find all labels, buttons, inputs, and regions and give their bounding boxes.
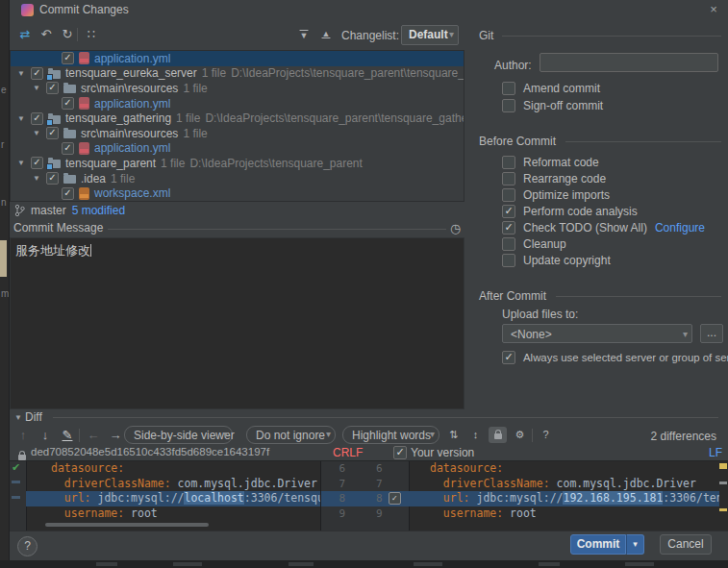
changed-word: 192.168.195.181 (563, 491, 663, 505)
expand-all-icon[interactable]: ▼ (295, 26, 313, 43)
cleanup-row[interactable]: Cleanup (502, 236, 566, 251)
checkbox[interactable] (502, 237, 515, 251)
browse-servers-button[interactable]: ... (700, 324, 723, 343)
expand-arrow-icon[interactable]: ▼ (17, 114, 26, 123)
tree-row[interactable]: ✓ application.yml (11, 141, 464, 157)
help-button[interactable]: ? (17, 536, 38, 556)
checkbox-checked[interactable]: ✓ (31, 157, 43, 169)
perform-code-analysis-row[interactable]: ✓ Perform code analysis (502, 204, 638, 218)
checkbox-checked[interactable]: ✓ (46, 172, 59, 185)
right-diff-pane[interactable]: datasource: driverClassName: com.mysql.j… (409, 461, 719, 531)
include-change-checkbox-checked[interactable]: ✓ (389, 492, 401, 505)
checkbox[interactable] (502, 172, 515, 185)
reformat-code-row[interactable]: Reformat code (502, 155, 599, 169)
checkbox-checked[interactable]: ✓ (62, 97, 74, 110)
diff-settings-gear-icon[interactable]: ⚙ (511, 427, 529, 443)
always-use-server-row[interactable]: ✓ Always use selected server or group of… (502, 350, 727, 364)
tree-row[interactable]: ✓ workspace.xml (11, 185, 464, 201)
next-change-icon[interactable]: → (107, 427, 124, 444)
your-version-checkbox-checked[interactable]: ✓ (393, 446, 407, 459)
cancel-button[interactable]: Cancel (660, 534, 712, 555)
commit-options-arrow[interactable]: ▾ (626, 534, 644, 555)
tree-row[interactable]: ▼ ✓ tensquare_gathering 1 file D:\IdeaPr… (11, 111, 464, 126)
commit-message-input[interactable]: 服务地址修改 (10, 237, 464, 409)
checkbox-checked[interactable]: ✓ (46, 127, 59, 139)
checkbox-checked[interactable]: ✓ (31, 112, 43, 125)
checkbox-checked[interactable]: ✓ (62, 142, 74, 155)
refresh-icon[interactable]: ↻ (59, 26, 76, 43)
highlight-mode-dropdown[interactable]: Highlight words ▾ (342, 426, 439, 444)
checkbox[interactable] (502, 188, 515, 202)
group-by-icon[interactable]: ∷ (83, 26, 100, 43)
expand-arrow-icon[interactable]: ▼ (33, 84, 41, 92)
upload-server-dropdown[interactable]: <None> ▾ (502, 324, 692, 343)
checkbox-checked[interactable]: ✓ (62, 52, 74, 64)
update-copyright-row[interactable]: Update copyright (502, 253, 611, 267)
sync-scroll-icon[interactable]: ↕ (466, 427, 485, 443)
amend-commit-row[interactable]: Amend commit (502, 81, 600, 95)
checkbox-checked[interactable]: ✓ (62, 187, 74, 200)
previous-difference-icon[interactable]: ↑ (14, 427, 32, 444)
modified-files-link[interactable]: 5 modified (72, 204, 125, 217)
checkbox-checked[interactable]: ✓ (502, 221, 515, 235)
signoff-commit-row[interactable]: Sign-off commit (502, 98, 603, 112)
checkbox[interactable] (502, 254, 515, 267)
tree-row[interactable]: ▼ ✓ src\main\resources 1 file (11, 126, 464, 141)
close-icon[interactable]: × (704, 1, 723, 18)
history-clock-icon[interactable]: ◷ (450, 221, 461, 235)
optimize-imports-row[interactable]: Optimize imports (502, 187, 610, 202)
error-stripe (719, 461, 727, 531)
lock-icon (494, 433, 502, 439)
tree-row[interactable]: ▼ ✓ src\main\resources 1 file (11, 81, 464, 96)
divider (556, 296, 721, 297)
checkbox[interactable] (502, 99, 515, 112)
tree-row[interactable]: ▼ ✓ tensquare_parent 1 file D:\IdeaProje… (11, 156, 464, 171)
file-name: application.yml (94, 52, 170, 65)
viewer-mode-dropdown[interactable]: Side-by-side viewer ▾ (124, 426, 233, 444)
checkbox-checked[interactable]: ✓ (502, 205, 515, 218)
next-difference-icon[interactable]: ↓ (37, 427, 54, 444)
folder-icon (63, 175, 76, 184)
checkbox[interactable] (502, 156, 515, 169)
diff-help-icon[interactable]: ? (537, 427, 555, 443)
expand-arrow-icon[interactable]: ▼ (17, 159, 26, 167)
checkbox[interactable] (502, 82, 515, 95)
tree-row[interactable]: ▼ ✓ tensquare_eureka_server 1 file D:\Id… (11, 66, 464, 82)
checkbox-checked[interactable]: ✓ (31, 67, 43, 80)
author-label: Author: (494, 59, 532, 72)
left-eol-badge[interactable]: CRLF (333, 446, 363, 459)
expand-arrow-icon[interactable]: ▼ (17, 69, 26, 78)
changelist-dropdown[interactable]: Default ▾ (401, 25, 459, 45)
upload-files-label: Upload files to: (502, 308, 578, 321)
rearrange-code-row[interactable]: Rearrange code (502, 171, 606, 185)
author-input[interactable] (540, 53, 718, 72)
horizontal-scrollbar[interactable] (45, 523, 209, 527)
chevron-down-icon: ▾ (683, 329, 688, 339)
module-folder-icon (48, 160, 61, 168)
right-eol-badge[interactable]: LF (709, 446, 722, 459)
right-line-numbers: 6 7 8✓ 9 (355, 461, 410, 531)
collapse-all-icon[interactable]: ▲ (317, 26, 335, 43)
changed-files-tree: ✓ application.yml ▼ ✓ tensquare_eureka_s… (10, 50, 464, 202)
previous-change-icon[interactable]: ← (85, 427, 102, 444)
checkbox-checked[interactable]: ✓ (46, 82, 59, 94)
title-bar: Commit Changes × (10, 0, 728, 20)
rollback-icon[interactable]: ↶ (38, 26, 55, 43)
left-diff-pane[interactable]: datasource: driverClassName: com.mysql.j… (26, 461, 320, 531)
collapse-unchanged-icon[interactable]: ⇅ (444, 427, 463, 443)
tree-row[interactable]: ✓ application.yml (11, 96, 464, 111)
whitespace-dropdown[interactable]: Do not ignore ▾ (246, 426, 336, 444)
expand-arrow-icon[interactable]: ▼ (33, 129, 41, 137)
commit-button[interactable]: Commit (570, 534, 626, 555)
move-to-changelist-icon[interactable]: ⇄ (16, 26, 34, 43)
expand-arrow-icon[interactable]: ▼ (33, 174, 41, 183)
collapse-arrow-icon[interactable]: ▼ (14, 413, 22, 422)
configure-link[interactable]: Configure (655, 221, 705, 235)
tree-row[interactable]: ✓ application.yml (11, 51, 464, 66)
disable-editing-icon[interactable] (489, 427, 507, 443)
checkbox-checked[interactable]: ✓ (502, 351, 515, 364)
folder-icon (63, 85, 76, 93)
check-todo-row[interactable]: ✓ Check TODO (Show All) Configure (502, 220, 705, 235)
tree-row[interactable]: ▼ ✓ .idea 1 file (11, 171, 464, 186)
jump-to-source-icon[interactable]: ✎ (59, 427, 76, 444)
